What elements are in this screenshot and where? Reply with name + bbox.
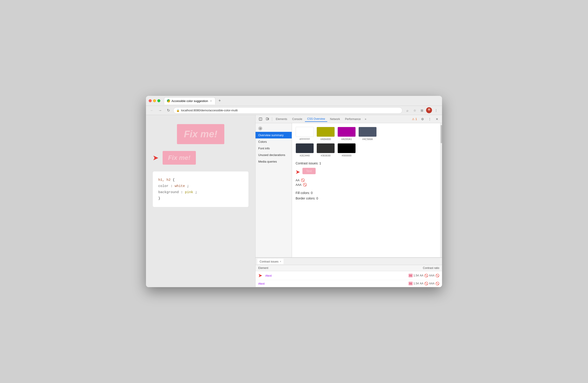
warning-badge[interactable]: ⚠ 1: [411, 117, 418, 121]
swatch-ad00a1: [337, 127, 356, 137]
swatch-white: [295, 127, 314, 137]
row1-ratio-value: 1.54: [414, 274, 419, 277]
more-tabs-button[interactable]: »: [363, 117, 368, 122]
swatch-2e3440: [295, 143, 314, 153]
code-val2: pink: [185, 190, 193, 194]
bookmark-icon[interactable]: ☆: [412, 107, 418, 114]
row2-aaa-label: AAA: [429, 282, 435, 285]
minimize-traffic-light[interactable]: [153, 99, 156, 102]
color-swatch-ad00a1[interactable]: #AD00A1: [337, 127, 356, 141]
bottom-tabs: Contrast issues ×: [255, 258, 442, 265]
active-tab[interactable]: Accessible color suggestion ×: [164, 97, 215, 105]
fix-me-large-text: Fix me!: [184, 129, 217, 139]
tab-performance[interactable]: Performance: [343, 117, 363, 122]
sidebar-item-unused-declarations[interactable]: Unused declarations: [255, 152, 292, 158]
sidebar-header: ⊘: [255, 125, 292, 132]
sidebar-item-colors[interactable]: Colors: [255, 138, 292, 145]
row1-aa-no: 🚫: [424, 274, 428, 277]
url-bar[interactable]: 🔒 localhost:8080/demo/accessible-color-m…: [173, 107, 402, 114]
code-block: h1, h2 { color : white ; background : pi…: [153, 171, 249, 207]
inspector-icon[interactable]: [257, 116, 264, 122]
lock-icon: 🔒: [176, 109, 180, 112]
row1-arrow: ➤: [258, 273, 262, 278]
code-prop2: background: [158, 190, 179, 194]
color-swatch-aba800[interactable]: #ABA800: [316, 127, 335, 141]
forward-button[interactable]: →: [157, 107, 163, 114]
swatch-white-label: #FFFFFF: [299, 138, 310, 141]
contrast-text-label: Text: [306, 169, 312, 173]
color-swatch-000000[interactable]: #000000: [337, 143, 356, 157]
code-open-brace: {: [173, 178, 175, 182]
back-button[interactable]: ←: [149, 107, 155, 114]
search-icon[interactable]: ⌕: [404, 107, 411, 114]
color-swatch-2e3440[interactable]: #2E3440: [295, 143, 314, 157]
color-row-top: #FFFFFF #ABA800 #AD00A1: [295, 127, 437, 141]
color-swatch-white[interactable]: #FFFFFF: [295, 127, 314, 141]
sidebar-item-overview[interactable]: Overview summary: [255, 132, 292, 138]
colors-section: #FFFFFF #ABA800 #AD00A1: [295, 127, 437, 157]
more-devtools-button[interactable]: ⋮: [426, 116, 433, 122]
row1-element-name: #text: [265, 274, 394, 277]
close-devtools-button[interactable]: ✕: [434, 116, 440, 122]
scrollbar-thumb: [441, 125, 442, 143]
close-traffic-light[interactable]: [149, 99, 152, 102]
url-text: localhost:8080/demo/accessible-color-mul…: [181, 109, 238, 112]
aa-label: AA: [295, 178, 299, 182]
aaa-badge-row: AAA 🚫: [295, 183, 437, 187]
maximize-traffic-light[interactable]: [157, 99, 160, 102]
code-line-3: background : pink ;: [158, 189, 243, 195]
address-bar-right: ⌕ ☆ ⊞ ⋮: [404, 107, 439, 114]
devtools-sidebar: ⊘ Overview summary Colors Font info Unus…: [255, 123, 292, 257]
address-bar: ← → ↻ 🔒 localhost:8080/demo/accessible-c…: [146, 106, 442, 115]
table-row-2[interactable]: #text Aa 1.54 AA 🚫 AAA 🚫: [255, 280, 442, 287]
tab-console[interactable]: Console: [290, 117, 304, 122]
devtools-main: #FFFFFF #ABA800 #AD00A1: [292, 123, 440, 257]
device-icon[interactable]: [264, 116, 271, 122]
code-line-1: h1, h2 {: [158, 177, 243, 183]
row1-aa-badge: Aa: [409, 274, 413, 277]
swatch-aba800: [316, 127, 335, 137]
tab-css-overview[interactable]: CSS Overview: [305, 116, 327, 122]
row1-element-cell: ➤ #text: [258, 273, 394, 278]
fix-me-large-box: Fix me!: [177, 124, 224, 144]
swatch-000000-label: #000000: [342, 154, 352, 157]
swatch-2e3440-label: #2E3440: [300, 154, 310, 157]
no-entry-icon: ⊘: [258, 126, 262, 130]
row2-element-cell: #text: [258, 282, 394, 285]
devtools-scrollbar[interactable]: [440, 123, 442, 257]
border-colors-title: Border colors: 0: [295, 196, 437, 200]
contrast-table: Element Contrast ratio ➤ #text Aa 1.54 A…: [255, 265, 442, 287]
tab-elements[interactable]: Elements: [273, 117, 290, 122]
toolbar-separator: [272, 117, 272, 121]
browser-window: Accessible color suggestion × + ← → ↻ 🔒 …: [146, 96, 442, 287]
tab-network[interactable]: Network: [328, 117, 342, 122]
fix-me-small-text: Fix me!: [168, 154, 190, 161]
code-colon2: :: [181, 190, 185, 194]
more-icon[interactable]: ⋮: [433, 107, 439, 114]
settings-button[interactable]: ⚙: [419, 116, 426, 122]
new-tab-button[interactable]: +: [216, 98, 223, 104]
swatch-4c566a: [358, 127, 377, 137]
bottom-tab-contrast[interactable]: Contrast issues ×: [257, 259, 284, 264]
swatch-ad00a1-label: #AD00A1: [341, 138, 352, 141]
refresh-button[interactable]: ↻: [165, 107, 171, 114]
avatar[interactable]: [426, 107, 432, 113]
swatch-aba800-label: #ABA800: [320, 138, 331, 141]
bottom-tab-close-button[interactable]: ×: [280, 260, 281, 263]
color-swatch-303030[interactable]: #303030: [316, 143, 335, 157]
row1-ratio-cell: Aa 1.54 AA 🚫 AAA 🚫: [394, 274, 439, 277]
table-row-1[interactable]: ➤ #text Aa 1.54 AA 🚫 AAA 🚫: [255, 271, 442, 280]
col-element-header: Element: [258, 266, 394, 270]
sidebar-item-font-info[interactable]: Font info: [255, 145, 292, 152]
row2-element-name: #text: [258, 282, 394, 285]
sidebar-item-media-queries[interactable]: Media queries: [255, 158, 292, 165]
color-row-bottom: #2E3440 #303030 #000000: [295, 143, 437, 157]
row2-aa-label: AA: [420, 282, 423, 285]
color-swatch-4c566a[interactable]: #4C566A: [358, 127, 377, 141]
extension-icon[interactable]: ⊞: [419, 107, 425, 114]
contrast-issues-title: Contrast issues: 1: [295, 161, 437, 165]
svg-rect-4: [266, 118, 268, 120]
tab-close-button[interactable]: ×: [209, 99, 212, 103]
svg-point-0: [428, 108, 430, 111]
row1-aa-label: AA: [420, 274, 423, 277]
